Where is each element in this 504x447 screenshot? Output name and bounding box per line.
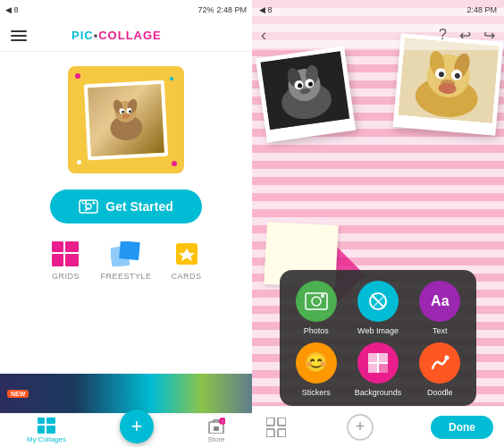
nav-store[interactable]: ! Store — [207, 417, 225, 443]
new-badge: NEW — [7, 390, 29, 398]
right-top-bar: ‹ ? ↩ ↪ — [252, 20, 504, 50]
dog-illustration — [97, 91, 154, 148]
svg-rect-27 — [214, 426, 219, 431]
action-text[interactable]: Aa Text — [413, 281, 467, 335]
action-backgrounds[interactable]: Backgrounds — [350, 342, 405, 397]
svg-rect-69 — [266, 429, 274, 437]
get-started-label: Get Started — [105, 199, 172, 214]
action-stickers[interactable]: 😊 Stickers — [289, 342, 343, 397]
action-web-image[interactable]: Web Image — [350, 281, 405, 335]
dog2-image — [399, 38, 499, 123]
freestyle-icon — [109, 240, 143, 268]
svg-rect-62 — [368, 364, 377, 373]
back-button[interactable]: ‹ — [261, 26, 266, 45]
done-button[interactable]: Done — [431, 416, 493, 439]
get-started-button[interactable]: Get Started — [50, 190, 201, 224]
text-label: Text — [433, 326, 448, 335]
bottom-nav: My Collages + ! Store — [0, 413, 252, 447]
svg-point-11 — [93, 202, 96, 205]
web-image-label: Web Image — [357, 326, 399, 335]
left-panel: ◀ 8 72% 2:48 PM PIC•COLLAGE — [0, 0, 252, 447]
photos-circle — [296, 281, 337, 322]
dog2-svg — [399, 38, 499, 123]
photo-card-dog1[interactable] — [256, 46, 356, 143]
right-status-bar: ◀ 8 2:48 PM — [252, 0, 504, 20]
svg-rect-17 — [52, 254, 63, 266]
layout-grid-icon — [266, 417, 286, 437]
doodle-label: Doodle — [427, 388, 453, 397]
web-image-circle — [357, 281, 399, 322]
store-label: Store — [207, 435, 224, 443]
status-time: ◀ 8 — [5, 5, 19, 14]
add-item-icon: + — [356, 417, 365, 436]
svg-rect-18 — [65, 254, 79, 266]
nav-my-collages[interactable]: My Collages — [27, 417, 66, 443]
stickers-circle: 😊 — [296, 342, 337, 384]
mode-freestyle[interactable]: FREESTYLE — [100, 240, 151, 281]
fab-plus-icon: + — [131, 415, 143, 438]
app-logo: PIC•COLLAGE — [71, 29, 162, 42]
backgrounds-icon — [366, 351, 390, 375]
freestyle-svg — [111, 241, 141, 266]
collage-photo — [84, 80, 168, 160]
layout-grid-button[interactable] — [263, 414, 290, 441]
right-signal: ◀ 8 — [259, 5, 273, 14]
svg-rect-68 — [278, 417, 286, 426]
photos-label: Photos — [304, 326, 329, 335]
backgrounds-label: Backgrounds — [355, 388, 402, 397]
svg-rect-15 — [52, 241, 63, 252]
photos-icon — [305, 291, 328, 311]
svg-rect-20 — [119, 241, 140, 260]
status-left: ◀ 8 — [5, 5, 19, 14]
dog1-svg — [261, 51, 350, 130]
text-circle: Aa — [419, 281, 460, 322]
help-button[interactable]: ? — [439, 27, 447, 43]
logo-text1: PIC — [71, 29, 94, 42]
top-action-icons: ? ↩ ↪ — [439, 27, 495, 44]
web-image-icon — [367, 291, 389, 312]
action-photos[interactable]: Photos — [289, 281, 343, 335]
get-started-icon — [79, 198, 98, 215]
svg-rect-60 — [368, 353, 377, 362]
grids-label: GRIDS — [52, 272, 80, 281]
dog1-image — [261, 51, 350, 130]
svg-point-66 — [445, 356, 449, 360]
backgrounds-circle — [357, 342, 399, 384]
store-icon: ! — [207, 417, 225, 434]
add-item-button[interactable]: + — [347, 414, 374, 441]
mode-buttons: GRIDS FREESTYLE CARDS — [48, 240, 203, 281]
confetti-dot — [77, 160, 81, 164]
mode-grids[interactable]: GRIDS — [48, 240, 82, 281]
doodle-icon — [429, 352, 450, 374]
svg-rect-24 — [38, 426, 45, 434]
svg-point-55 — [312, 297, 321, 306]
action-menu: Photos Web Image Aa Text 😊 Stickers — [280, 270, 476, 406]
right-panel: ◀ 8 2:48 PM ‹ ? ↩ ↪ — [252, 0, 504, 447]
right-time: 2:48 PM — [466, 5, 497, 14]
svg-text:!: ! — [222, 419, 223, 425]
grid-svg — [52, 241, 79, 266]
undo-button[interactable]: ↩ — [459, 27, 471, 44]
battery-indicator: 72% — [197, 5, 214, 14]
freestyle-label: FREESTYLE — [100, 272, 151, 281]
doodle-circle — [419, 342, 460, 384]
status-time-right: 2:48 PM — [216, 5, 247, 14]
cards-icon — [170, 240, 204, 268]
my-collages-icon — [38, 417, 55, 434]
action-doodle[interactable]: Doodle — [413, 342, 467, 397]
status-bar: ◀ 8 72% 2:48 PM — [0, 0, 252, 20]
stickers-label: Stickers — [302, 388, 331, 397]
confetti-dot — [172, 161, 177, 166]
mode-cards[interactable]: CARDS — [170, 240, 204, 281]
hamburger-menu[interactable] — [11, 30, 27, 41]
svg-rect-22 — [38, 417, 45, 424]
stickers-icon: 😊 — [304, 351, 328, 375]
cards-svg — [174, 241, 199, 266]
svg-rect-16 — [65, 241, 79, 252]
cards-label: CARDS — [171, 272, 201, 281]
header-bar: PIC•COLLAGE — [0, 20, 252, 52]
svg-point-56 — [321, 294, 324, 298]
fab-add-button[interactable]: + — [120, 409, 154, 443]
redo-button[interactable]: ↪ — [483, 27, 495, 44]
grids-icon — [48, 240, 82, 268]
